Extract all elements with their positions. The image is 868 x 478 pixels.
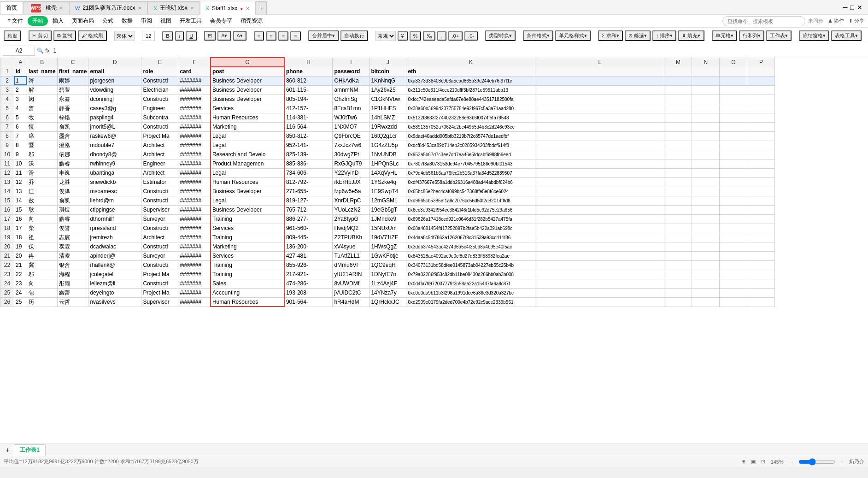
cell-n[interactable]	[692, 279, 720, 288]
cell-k[interactable]: 0xdcf8d453ca89b714eb2c0285934203fbdcf614…	[406, 141, 535, 150]
cell-j[interactable]: 19eGb5gT	[369, 205, 406, 214]
cell-d[interactable]: nvasilvevs	[88, 297, 141, 307]
cell-d[interactable]: rpressland	[88, 224, 141, 233]
tab-wps[interactable]: WPS 桃壳 ✕	[23, 1, 69, 14]
cell-k[interactable]: 0x9daef40addd005bfb3219b7f2c85747de1aedf…	[406, 131, 535, 141]
cell-k[interactable]: 0x7807f3a8073153de94c77045795186e90bf015…	[406, 159, 535, 168]
cell-h[interactable]: 855-926-	[284, 260, 333, 270]
cell-a[interactable]: 19	[14, 242, 27, 251]
cell-o[interactable]	[720, 242, 747, 251]
col-header-f[interactable]: F	[178, 58, 211, 67]
cell-j[interactable]: 1QrHckxJC	[369, 297, 406, 307]
cell-h[interactable]: 412-157-	[284, 104, 333, 113]
cell-n[interactable]	[692, 242, 720, 251]
cell-f[interactable]: #######	[178, 288, 211, 297]
cell-n[interactable]	[692, 76, 720, 85]
cell-p[interactable]	[747, 141, 775, 150]
cell-l[interactable]	[535, 196, 664, 205]
cell-h[interactable]: 271-655-	[284, 187, 333, 196]
cell-a[interactable]: 14	[14, 196, 27, 205]
zoom-out-btn[interactable]: ─	[789, 459, 793, 465]
cell-o[interactable]	[720, 131, 747, 141]
cell-a[interactable]: 23	[14, 279, 27, 288]
cell-i[interactable]: 30dwgZPt	[333, 150, 369, 159]
cell-e[interactable]: Supervisor	[141, 205, 178, 214]
col-header-c[interactable]: C	[57, 58, 88, 67]
cell-f[interactable]: #######	[178, 187, 211, 196]
cell-c[interactable]: 彤雨	[57, 279, 88, 288]
cell-e[interactable]: Supervisor	[141, 297, 178, 307]
cell-n[interactable]	[692, 168, 720, 177]
cell-a[interactable]: 17	[14, 224, 27, 233]
cell-k[interactable]: 0x65bc86e2bec4caf099bc547368ffe5e8f6ce60…	[406, 187, 535, 196]
cell-p[interactable]	[747, 150, 775, 159]
cell-d[interactable]: rhallenk@	[88, 260, 141, 270]
cell-e[interactable]: Engineer	[141, 104, 178, 113]
cell-p[interactable]	[747, 113, 775, 122]
cell-e[interactable]: Constructi	[141, 76, 178, 85]
cell-h[interactable]: 427-481-	[284, 251, 333, 260]
cell-j[interactable]: 1P1HHFS	[369, 104, 406, 113]
merge-btn[interactable]: 合并居中▾	[308, 30, 339, 41]
cell-g[interactable]: Human Resources	[211, 297, 284, 307]
cell-b[interactable]: 敖	[27, 196, 58, 205]
menu-layout[interactable]: 页面布局	[68, 16, 98, 26]
cell-i[interactable]: GhzImSg	[333, 94, 369, 104]
cell-f[interactable]: #######	[178, 131, 211, 141]
cell-l[interactable]	[535, 187, 664, 196]
cell-a[interactable]: 1	[14, 76, 27, 85]
cell-i[interactable]: TuAtfZLL1	[333, 251, 369, 260]
tab-docx[interactable]: W 21团队赛幕乃正.docx ✕	[69, 1, 147, 14]
cell-i[interactable]: amnmNM	[333, 85, 369, 94]
cell-k[interactable]: 0x3ddb374543ac427436a5c4f350d8a4b95e40f5…	[406, 242, 535, 251]
cell-k[interactable]: 0x79a02286f953c82db11be08430d266bb0ab3b0…	[406, 270, 535, 279]
menu-formula[interactable]: 公式	[99, 16, 117, 26]
cell-d[interactable]: dbondy8@	[88, 150, 141, 159]
cell-a[interactable]: 20	[14, 251, 27, 260]
cell-h[interactable]: 952-141-	[284, 141, 333, 150]
cell-b[interactable]: 滑	[27, 168, 58, 177]
cell-e[interactable]: Project Ma	[141, 288, 178, 297]
cell-p[interactable]	[747, 168, 775, 177]
cell-j[interactable]: 1Lz4Asj4F	[369, 279, 406, 288]
cell-a[interactable]: 16	[14, 214, 27, 224]
col-header-j[interactable]: J	[369, 58, 406, 67]
cell-m[interactable]	[664, 233, 692, 242]
cell-d[interactable]: llehrd@m	[88, 196, 141, 205]
sort-btn[interactable]: ↕ 排序▾	[652, 30, 677, 41]
col-header-g[interactable]: G	[211, 58, 284, 67]
cell-p[interactable]	[747, 177, 775, 187]
cell-e[interactable]: Constructi	[141, 279, 178, 288]
cell-h[interactable]: 734-606-	[284, 168, 333, 177]
cell-e[interactable]: Constructi	[141, 187, 178, 196]
cell-f[interactable]: #######	[178, 168, 211, 177]
cell-a[interactable]: 9	[14, 150, 27, 159]
cell-a[interactable]: 24	[14, 288, 27, 297]
cell-o[interactable]	[720, 251, 747, 260]
menu-file[interactable]: ≡ 文件	[4, 16, 27, 26]
cell-c[interactable]: 银含	[57, 260, 88, 270]
cell-j[interactable]: 1Ay26v25	[369, 85, 406, 94]
cell-g[interactable]: Training	[211, 260, 284, 270]
cell-k[interactable]: 0x34073131bd58dfee0145873ab04227eb55c25b…	[406, 260, 535, 270]
cell-m[interactable]	[664, 177, 692, 187]
cell-o[interactable]	[720, 159, 747, 168]
header-cell[interactable]	[664, 67, 692, 76]
cell-m[interactable]	[664, 279, 692, 288]
cell-g[interactable]: Legal	[211, 168, 284, 177]
cell-a[interactable]: 8	[14, 141, 27, 150]
cell-k[interactable]: 0x6ec3e9342f954ec3842f46r1bfd5e92d75e29a…	[406, 205, 535, 214]
cell-m[interactable]	[664, 76, 692, 85]
cell-b[interactable]: 闵	[27, 94, 58, 104]
cell-d[interactable]: raskew6@	[88, 131, 141, 141]
cell-i[interactable]: hR4aHdM	[333, 297, 369, 307]
cell-g[interactable]: Business Developer	[211, 94, 284, 104]
header-cell[interactable]: post	[211, 67, 284, 76]
inc-decimal-btn[interactable]: .0+	[448, 31, 463, 41]
cell-c[interactable]: 雨婷	[57, 76, 88, 85]
cell-p[interactable]	[747, 233, 775, 242]
col-header-i[interactable]: I	[333, 58, 369, 67]
cell-a[interactable]: 7	[14, 131, 27, 141]
format-brush-btn[interactable]: 🖌 格式刷	[78, 30, 107, 41]
cell-h[interactable]: 136-200-	[284, 242, 333, 251]
